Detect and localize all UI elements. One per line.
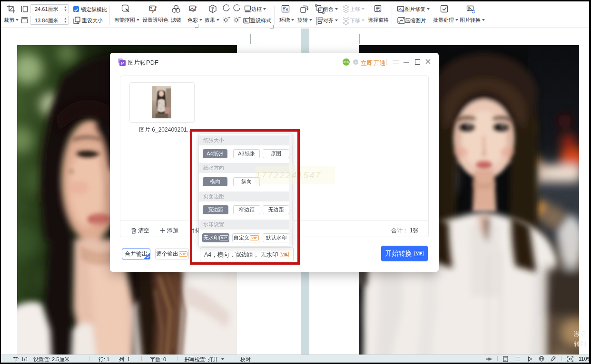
svg-text:P: P (121, 61, 124, 66)
